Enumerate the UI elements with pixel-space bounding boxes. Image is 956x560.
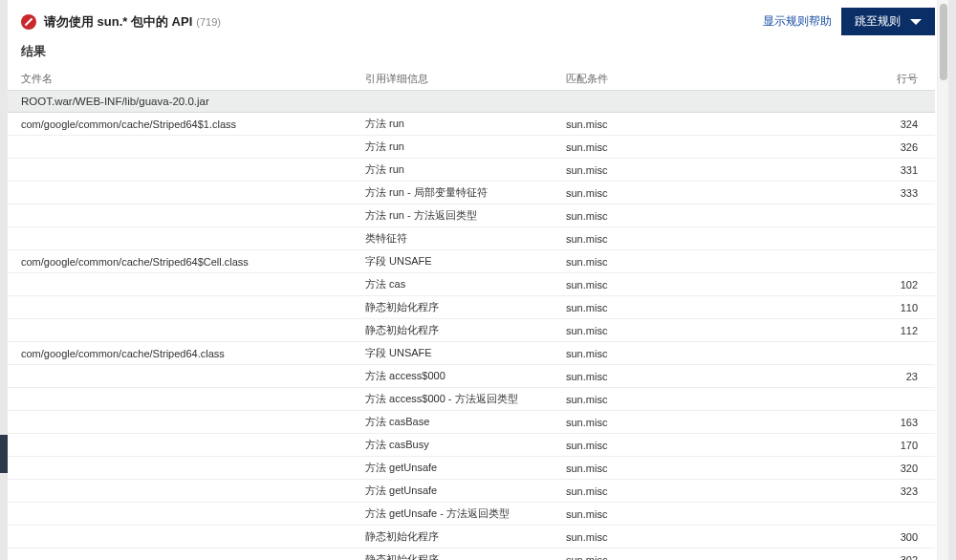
cell-ref: 方法 run - 局部变量特征符: [365, 185, 566, 200]
table-row[interactable]: 方法 casBasesun.misc163: [8, 411, 935, 434]
vertical-scrollbar[interactable]: [937, 0, 948, 560]
table-row[interactable]: com/google/common/cache/Striped64$Cell.c…: [8, 250, 935, 273]
cell-ref: 方法 casBusy: [365, 438, 566, 452]
cell-line: 102: [805, 279, 922, 291]
cell-match: sun.misc: [566, 348, 805, 359]
cell-ref: 方法 run: [365, 140, 566, 154]
cell-line: 323: [805, 485, 922, 497]
cell-line: 333: [805, 187, 922, 199]
table-row[interactable]: 方法 getUnsafe - 方法返回类型sun.misc: [8, 503, 935, 526]
rule-title: 请勿使用 sun.* 包中的 API: [44, 13, 192, 31]
cell-match: sun.misc: [566, 325, 805, 336]
table-header: 文件名 引用详细信息 匹配条件 行号: [8, 68, 935, 91]
table-row[interactable]: 方法 cassun.misc102: [8, 273, 935, 296]
cell-line: 163: [805, 417, 922, 428]
cell-line: 112: [805, 325, 922, 336]
cell-match: sun.misc: [566, 279, 805, 291]
cell-ref: 静态初始化程序: [365, 300, 566, 314]
prohibit-icon: [21, 14, 36, 30]
table-row[interactable]: 方法 run - 局部变量特征符sun.misc333: [8, 182, 935, 205]
cell-ref: 方法 getUnsafe: [365, 461, 566, 475]
cell-match: sun.misc: [566, 371, 805, 382]
cell-line: 326: [805, 141, 922, 153]
cell-match: sun.misc: [566, 233, 805, 245]
cell-ref: 类特征符: [365, 231, 566, 246]
group-row[interactable]: ROOT.war/WEB-INF/lib/guava-20.0.jar: [8, 91, 935, 113]
table-body: com/google/common/cache/Striped64$1.clas…: [8, 113, 935, 560]
table-row[interactable]: 方法 getUnsafesun.misc320: [8, 457, 935, 480]
scrollbar-thumb[interactable]: [940, 4, 947, 80]
table-row[interactable]: 静态初始化程序sun.misc110: [8, 296, 935, 319]
show-rule-help-link[interactable]: 显示规则帮助: [763, 13, 832, 30]
jump-to-rule-label: 跳至规则: [855, 13, 901, 30]
cell-ref: 方法 getUnsafe - 方法返回类型: [365, 506, 566, 521]
cell-ref: 方法 run - 方法返回类型: [365, 208, 566, 223]
col-ref-detail[interactable]: 引用详细信息: [365, 72, 566, 86]
table-row[interactable]: 静态初始化程序sun.misc300: [8, 526, 935, 549]
cell-ref: 字段 UNSAFE: [365, 346, 566, 360]
cell-ref: 方法 access$000 - 方法返回类型: [365, 392, 566, 406]
cell-line: 331: [805, 164, 922, 176]
cell-match: sun.misc: [566, 210, 805, 222]
cell-line: 170: [805, 440, 922, 451]
right-gutter: [948, 0, 956, 560]
table-row[interactable]: 静态初始化程序sun.misc302: [8, 549, 935, 560]
cell-line: 23: [805, 371, 922, 382]
cell-match: sun.misc: [566, 394, 805, 405]
cell-filename: com/google/common/cache/Striped64.class: [21, 348, 365, 359]
results-section-title: 结果: [8, 39, 948, 68]
table-row[interactable]: 方法 access$000 - 方法返回类型sun.misc: [8, 388, 935, 411]
cell-match: sun.misc: [566, 531, 805, 543]
col-match[interactable]: 匹配条件: [566, 72, 805, 86]
table-row[interactable]: 类特征符sun.misc: [8, 227, 935, 250]
cell-line: 324: [805, 118, 922, 130]
cell-match: sun.misc: [566, 118, 805, 130]
cell-match: sun.misc: [566, 164, 805, 176]
table-row[interactable]: 静态初始化程序sun.misc112: [8, 319, 935, 342]
table-row[interactable]: 方法 runsun.misc326: [8, 136, 935, 159]
left-collapsed-handle[interactable]: [0, 435, 8, 473]
cell-match: sun.misc: [566, 554, 805, 561]
rule-count: (719): [196, 16, 221, 28]
cell-filename: com/google/common/cache/Striped64$1.clas…: [21, 118, 365, 130]
left-gutter: [0, 0, 8, 560]
cell-ref: 静态初始化程序: [365, 529, 566, 544]
results-table: 文件名 引用详细信息 匹配条件 行号 ROOT.war/WEB-INF/lib/…: [8, 68, 935, 560]
table-row[interactable]: 方法 casBusysun.misc170: [8, 434, 935, 457]
cell-ref: 方法 getUnsafe: [365, 484, 566, 498]
cell-ref: 方法 casBase: [365, 415, 566, 429]
table-row[interactable]: com/google/common/cache/Striped64.class字…: [8, 342, 935, 365]
col-line[interactable]: 行号: [805, 72, 922, 86]
table-row[interactable]: com/google/common/cache/Striped64$1.clas…: [8, 113, 935, 136]
cell-line: 320: [805, 463, 922, 474]
table-row[interactable]: 方法 runsun.misc331: [8, 159, 935, 182]
cell-ref: 静态初始化程序: [365, 552, 566, 560]
jump-to-rule-button[interactable]: 跳至规则: [841, 8, 935, 35]
cell-ref: 方法 access$000: [365, 369, 566, 383]
cell-line: 300: [805, 531, 922, 543]
chevron-down-icon: [910, 19, 922, 25]
cell-match: sun.misc: [566, 463, 805, 474]
cell-ref: 字段 UNSAFE: [365, 254, 566, 269]
cell-ref: 静态初始化程序: [365, 323, 566, 337]
rule-header: 请勿使用 sun.* 包中的 API (719) 显示规则帮助 跳至规则: [8, 0, 948, 39]
cell-ref: 方法 run: [365, 162, 566, 177]
cell-match: sun.misc: [566, 256, 805, 268]
table-row[interactable]: 方法 getUnsafesun.misc323: [8, 480, 935, 503]
cell-match: sun.misc: [566, 485, 805, 497]
cell-filename: com/google/common/cache/Striped64$Cell.c…: [21, 256, 365, 268]
cell-ref: 方法 run: [365, 117, 566, 131]
main-panel: 请勿使用 sun.* 包中的 API (719) 显示规则帮助 跳至规则 结果 …: [8, 0, 948, 560]
cell-match: sun.misc: [566, 417, 805, 428]
cell-match: sun.misc: [566, 187, 805, 199]
cell-line: 110: [805, 302, 922, 313]
cell-match: sun.misc: [566, 440, 805, 451]
table-row[interactable]: 方法 run - 方法返回类型sun.misc: [8, 205, 935, 227]
col-filename[interactable]: 文件名: [21, 72, 365, 86]
cell-ref: 方法 cas: [365, 277, 566, 291]
cell-match: sun.misc: [566, 302, 805, 313]
cell-line: 302: [805, 554, 922, 561]
table-row[interactable]: 方法 access$000sun.misc23: [8, 365, 935, 388]
cell-match: sun.misc: [566, 141, 805, 153]
cell-match: sun.misc: [566, 508, 805, 520]
